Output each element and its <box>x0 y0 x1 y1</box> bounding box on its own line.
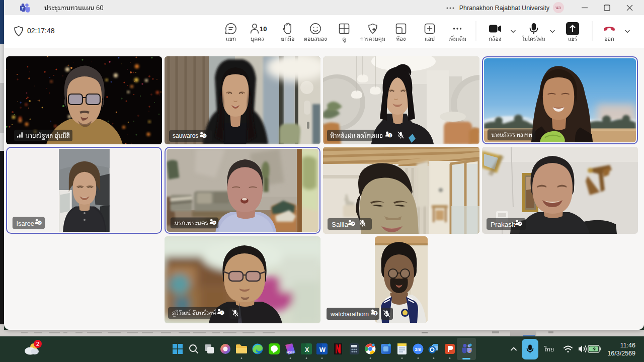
svg-text:?: ? <box>374 311 377 316</box>
svg-text:16/3/2569: 16/3/2569 <box>607 350 635 357</box>
svg-text:X: X <box>305 346 309 353</box>
svg-text:2: 2 <box>36 341 39 347</box>
svg-text:T: T <box>22 6 24 11</box>
svg-text:W: W <box>319 346 326 353</box>
svg-text:Phranakhon Rajabhat University: Phranakhon Rajabhat University <box>459 5 550 12</box>
svg-text:watcharathorn: watcharathorn <box>330 311 369 318</box>
svg-text:02:17:48: 02:17:48 <box>27 27 55 35</box>
svg-text:11:46: 11:46 <box>620 342 635 349</box>
svg-text:M365: M365 <box>286 351 294 354</box>
svg-text:10: 10 <box>260 25 267 33</box>
svg-text:zm: zm <box>415 347 422 352</box>
